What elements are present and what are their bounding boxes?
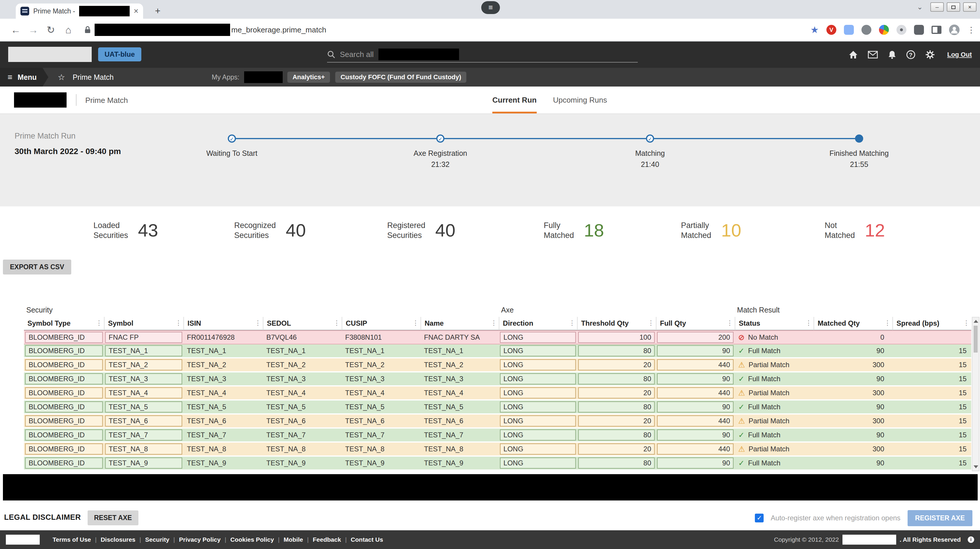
cellbox-full-qty[interactable]: 440 [657, 415, 733, 426]
cellbox-threshold-qty[interactable]: 80 [578, 429, 655, 440]
cellbox-direction[interactable]: LONG [500, 332, 576, 343]
column-header-sedol[interactable]: SEDOL⋮ [263, 317, 342, 330]
column-header-cusip[interactable]: CUSIP⋮ [342, 317, 420, 330]
cellbox-threshold-qty[interactable]: 80 [578, 373, 655, 385]
cellbox-symbol[interactable]: TEST_NA_3 [105, 373, 182, 385]
cellbox-direction[interactable]: LONG [500, 415, 576, 426]
footer-link-privacy-policy[interactable]: Privacy Policy [179, 536, 221, 543]
table-row[interactable]: BLOOMBERG_IDTEST_NA_2TEST_NA_2TEST_NA_2T… [24, 358, 971, 372]
global-search[interactable]: Search all [327, 47, 638, 62]
cellbox-symbol[interactable]: TEST_NA_8 [105, 444, 182, 455]
cellbox-symbol-type[interactable]: BLOOMBERG_ID [25, 332, 103, 343]
cellbox-symbol-type[interactable]: BLOOMBERG_ID [25, 345, 103, 356]
auto-register-checkbox[interactable]: ✓ [755, 514, 764, 522]
cellbox-symbol-type[interactable]: BLOOMBERG_ID [25, 387, 103, 399]
extension-icon-1[interactable]: V [826, 25, 836, 35]
column-menu-icon[interactable]: ⋮ [491, 319, 497, 327]
cellbox-full-qty[interactable]: 90 [657, 458, 733, 469]
bell-icon[interactable] [888, 50, 896, 59]
tab-current-run[interactable]: Current Run [492, 86, 537, 113]
cellbox-symbol[interactable]: TEST_NA_1 [105, 345, 182, 356]
tab-search-chevron-icon[interactable]: ⌄ [917, 3, 923, 11]
browser-tab[interactable]: Prime Match - × [16, 3, 143, 19]
table-row[interactable]: BLOOMBERG_IDTEST_NA_3TEST_NA_3TEST_NA_3T… [24, 372, 971, 386]
cellbox-full-qty[interactable]: 90 [657, 401, 733, 412]
browser-menu-icon[interactable]: ⋮ [967, 25, 975, 35]
table-scrollbar[interactable] [972, 317, 979, 471]
column-header-threshold-qty[interactable]: Threshold Qty⋮ [577, 317, 656, 330]
export-csv-button[interactable]: EXPORT AS CSV [3, 260, 71, 274]
column-menu-icon[interactable]: ⋮ [255, 319, 261, 327]
column-header-symbol-type[interactable]: Symbol Type⋮ [24, 317, 104, 330]
tab-close-icon[interactable]: × [134, 7, 138, 15]
cellbox-threshold-qty[interactable]: 20 [578, 387, 655, 399]
cellbox-threshold-qty[interactable]: 100 [578, 332, 655, 343]
cellbox-symbol[interactable]: TEST_NA_4 [105, 387, 182, 399]
register-axe-button[interactable]: REGISTER AXE [908, 510, 972, 526]
new-tab-button[interactable]: + [151, 4, 165, 18]
cellbox-direction[interactable]: LONG [500, 373, 576, 385]
profile-avatar-icon[interactable] [949, 24, 959, 35]
table-row[interactable]: BLOOMBERG_IDTEST_NA_8TEST_NA_8TEST_NA_8T… [24, 443, 971, 456]
column-header-matched-qty[interactable]: Matched Qty⋮ [813, 317, 892, 330]
column-header-full-qty[interactable]: Full Qty⋮ [656, 317, 735, 330]
cellbox-symbol-type[interactable]: BLOOMBERG_ID [25, 359, 103, 370]
column-menu-icon[interactable]: ⋮ [805, 319, 812, 327]
table-row[interactable]: BLOOMBERG_IDTEST_NA_9TEST_NA_9TEST_NA_9T… [24, 456, 971, 471]
column-menu-icon[interactable]: ⋮ [96, 319, 102, 327]
column-menu-icon[interactable]: ⋮ [569, 319, 575, 327]
cellbox-symbol-type[interactable]: BLOOMBERG_ID [25, 415, 103, 426]
footer-link-terms-of-use[interactable]: Terms of Use [52, 536, 91, 543]
app-chip-custody-fofc-fund-of-fund-custody[interactable]: Custody FOFC (Fund Of Fund Custody) [335, 72, 466, 83]
home-nav-icon[interactable] [849, 50, 858, 59]
mail-icon[interactable] [868, 51, 878, 59]
url-text[interactable]: me_brokerage.prime_match [231, 26, 326, 35]
column-header-spread-bps[interactable]: Spread (bps)⋮ [892, 317, 971, 330]
cellbox-direction[interactable]: LONG [500, 458, 576, 469]
column-menu-icon[interactable]: ⋮ [648, 319, 654, 327]
cellbox-threshold-qty[interactable]: 80 [578, 345, 655, 356]
column-menu-icon[interactable]: ⋮ [412, 319, 419, 327]
table-row[interactable]: BLOOMBERG_IDTEST_NA_7TEST_NA_7TEST_NA_7T… [24, 429, 971, 443]
cellbox-full-qty[interactable]: 90 [657, 373, 733, 385]
column-menu-icon[interactable]: ⋮ [884, 319, 891, 327]
cellbox-direction[interactable]: LONG [500, 401, 576, 412]
column-header-direction[interactable]: Direction⋮ [499, 317, 577, 330]
extension-icon-5[interactable] [896, 25, 907, 35]
menu-button[interactable]: ≡ Menu [0, 68, 48, 86]
column-header-isin[interactable]: ISIN⋮ [183, 317, 263, 330]
cellbox-threshold-qty[interactable]: 20 [578, 415, 655, 426]
cellbox-full-qty[interactable]: 200 [657, 332, 733, 343]
extension-icon-4[interactable] [879, 25, 889, 35]
tab-upcoming-runs[interactable]: Upcoming Runs [553, 86, 607, 113]
column-header-status[interactable]: Status⋮ [735, 317, 813, 330]
cellbox-threshold-qty[interactable]: 80 [578, 401, 655, 412]
cellbox-full-qty[interactable]: 440 [657, 444, 733, 455]
table-row[interactable]: BLOOMBERG_IDTEST_NA_5TEST_NA_5TEST_NA_5T… [24, 401, 971, 415]
help-icon[interactable]: ? [907, 50, 915, 59]
cellbox-threshold-qty[interactable]: 20 [578, 359, 655, 370]
close-button[interactable]: × [963, 2, 977, 12]
cellbox-symbol[interactable]: TEST_NA_2 [105, 359, 182, 370]
back-icon[interactable]: ← [7, 24, 24, 36]
extensions-puzzle-icon[interactable] [914, 25, 924, 35]
footer-link-mobile[interactable]: Mobile [283, 536, 303, 543]
cellbox-direction[interactable]: LONG [500, 444, 576, 455]
scroll-up-icon[interactable] [974, 320, 978, 323]
padlock-icon[interactable] [84, 26, 91, 34]
side-panel-icon[interactable] [932, 26, 942, 34]
cellbox-symbol[interactable]: TEST_NA_5 [105, 401, 182, 412]
info-icon[interactable]: i [968, 536, 974, 543]
reload-icon[interactable]: ↻ [42, 24, 60, 36]
extension-icon-2[interactable] [844, 25, 854, 35]
cellbox-direction[interactable]: LONG [500, 387, 576, 399]
cellbox-symbol-type[interactable]: BLOOMBERG_ID [25, 444, 103, 455]
scrollbar-thumb[interactable] [974, 326, 978, 353]
cellbox-full-qty[interactable]: 440 [657, 359, 733, 370]
footer-link-feedback[interactable]: Feedback [313, 536, 341, 543]
cellbox-symbol-type[interactable]: BLOOMBERG_ID [25, 401, 103, 412]
column-menu-icon[interactable]: ⋮ [727, 319, 733, 327]
scroll-down-icon[interactable] [974, 465, 978, 468]
cellbox-direction[interactable]: LONG [500, 429, 576, 440]
footer-link-contact-us[interactable]: Contact Us [351, 536, 383, 543]
